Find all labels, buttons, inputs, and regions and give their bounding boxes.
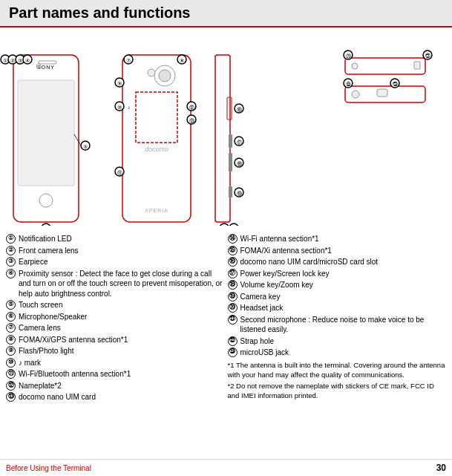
list-item: ⑰ Power key/Screen lock key [228, 269, 447, 279]
list-item: ① Notification LED [6, 234, 225, 244]
list-item: ⑨ Flash/Photo light [6, 346, 225, 356]
list-item: ⑧ FOMA/Xi/GPS antenna section*1 [6, 335, 225, 345]
list-item: ⑭ Wi-Fi antenna section*1 [228, 234, 447, 244]
before-using-label: Before Using the Terminal [6, 464, 91, 472]
list-item: ⑬ docomo nano UIM card [6, 392, 225, 402]
list-item: ⑦ Camera lens [6, 323, 225, 333]
list-item: ④ Proximity sensor : Detect the face to … [6, 269, 225, 299]
description-columns: ① Notification LED ② Front camera lens ③… [6, 234, 446, 404]
list-item: ⑱ Volume key/Zoom key [228, 280, 447, 290]
list-item: ⑲ Camera key [228, 292, 447, 302]
page-header: Part names and functions [0, 0, 452, 27]
list-item: ㉒ Strap hole [228, 336, 447, 347]
list-item: ⑮ FOMA/Xi antenna section*1 [228, 246, 447, 256]
desc-col-right: ⑭ Wi-Fi antenna section*1 ⑮ FOMA/Xi ante… [228, 234, 447, 404]
list-item: ㉑ Second microphone : Reduce noise to ma… [228, 315, 447, 335]
list-item: ⑳ Headset jack [228, 303, 447, 313]
footnote-2: *2 Do not remove the nameplate with stic… [228, 381, 447, 401]
list-item: ⑯ docomo nano UIM card/microSD card slot [228, 257, 447, 267]
page-number: 30 [436, 463, 446, 473]
list-item: ⑥ Microphone/Speaker [6, 312, 225, 322]
list-item: ⑩ ♪ mark [6, 358, 225, 368]
list-item: ㉓ microUSB jack [228, 348, 447, 358]
list-item: ③ Earpiece [6, 257, 225, 267]
footnote-1: *1 The antenna is built into the termina… [228, 360, 447, 380]
list-item: ⑤ Touch screen [6, 300, 225, 310]
page-title: Part names and functions [9, 4, 443, 22]
bottom-bar: Before Using the Terminal 30 [0, 459, 452, 476]
list-item: ② Front camera lens [6, 246, 225, 256]
list-item: ⑫ Nameplate*2 [6, 381, 225, 391]
list-item: ⑪ Wi-Fi/Bluetooth antenna section*1 [6, 369, 225, 379]
desc-col-left: ① Notification LED ② Front camera lens ③… [6, 234, 225, 404]
footnotes: *1 The antenna is built into the termina… [228, 360, 447, 401]
